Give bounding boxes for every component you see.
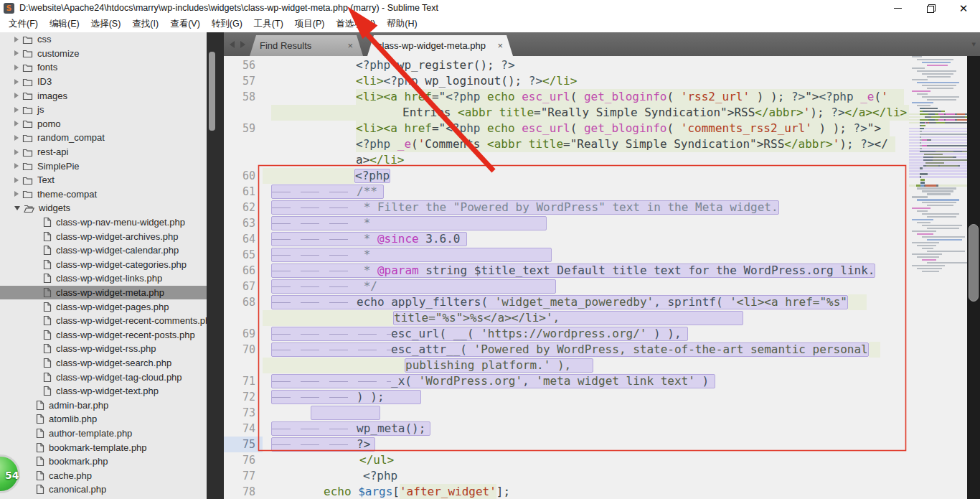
minimize-button[interactable] <box>881 0 914 16</box>
code-editor[interactable]: 56<?php wp_register(); ?>57<li><?php wp_… <box>224 56 909 499</box>
expand-arrow-icon[interactable] <box>14 163 19 169</box>
code-line-60[interactable]: 60<?php <box>224 168 909 184</box>
code-line-69[interactable]: 69esc_url( __( 'https://wordpress.org/' … <box>224 326 909 342</box>
menu-item[interactable]: 转到(G) <box>206 16 248 32</box>
code-line-wrap[interactable]: publishing platform.' ), <box>224 358 909 373</box>
tree-item-class-wp-widget-rss-php[interactable]: class-wp-widget-rss.php <box>0 342 207 356</box>
sidebar-scrollbar-thumb[interactable] <box>209 52 215 131</box>
tree-item-rest-api[interactable]: rest-api <box>0 145 207 159</box>
expand-arrow-icon[interactable] <box>14 79 19 85</box>
tree-item-class-wp-widget-search-php[interactable]: class-wp-widget-search.php <box>0 356 207 370</box>
tree-item-class-wp-widget-links-php[interactable]: class-wp-widget-links.php <box>0 271 207 286</box>
tree-item-bookmark-php[interactable]: bookmark.php <box>0 454 207 469</box>
code-line-71[interactable]: 71_x( 'WordPress.org', 'meta widget link… <box>224 373 909 389</box>
tree-item-author-template-php[interactable]: author-template.php <box>0 426 207 441</box>
code-line-wrap[interactable]: Entries <abbr title="Really Simple Syndi… <box>224 105 909 121</box>
menu-item[interactable]: 选择(S) <box>85 16 127 32</box>
tree-item-css[interactable]: css <box>0 32 207 47</box>
tab-close-icon[interactable]: × <box>347 40 353 51</box>
tree-item-class-wp-widget-recent-posts-php[interactable]: class-wp-widget-recent-posts.php <box>0 327 207 342</box>
expand-arrow-icon[interactable] <box>14 149 19 155</box>
code-line-57[interactable]: 57<li><?php wp_loginout(); ?></li> <box>224 73 909 89</box>
tab-class-wp-widget-meta-php[interactable]: class-wp-widget-meta.php× <box>367 35 513 56</box>
tree-item-fonts[interactable]: fonts <box>0 60 207 75</box>
tree-item-class-wp-widget-calendar-php[interactable]: class-wp-widget-calendar.php <box>0 243 207 258</box>
menu-item[interactable]: 工具(T) <box>248 16 289 32</box>
code-line-58[interactable]: 58<li><a href="<?php echo esc_url( get_b… <box>224 89 909 105</box>
tree-item-class-wp-widget-archives-php[interactable]: class-wp-widget-archives.php <box>0 229 207 243</box>
editor-scrollbar-thumb[interactable] <box>969 224 979 302</box>
code-line-64[interactable]: 64 * @since 3.6.0 <box>224 231 909 247</box>
menu-item[interactable]: 文件(F) <box>3 16 44 32</box>
tree-item-class-wp-widget-pages-php[interactable]: class-wp-widget-pages.php <box>0 299 207 314</box>
code-line-73[interactable]: 73 <box>224 405 909 421</box>
tab-close-icon[interactable]: × <box>497 40 503 51</box>
expand-arrow-icon[interactable] <box>14 65 19 70</box>
tree-item-images[interactable]: images <box>0 88 207 103</box>
code-line-62[interactable]: 62 * Filter the "Powered by WordPress" t… <box>224 200 909 215</box>
tree-item-theme-compat[interactable]: theme-compat <box>0 187 207 202</box>
tree-item-cache-php[interactable]: cache.php <box>0 468 207 482</box>
tree-item-admin-bar-php[interactable]: admin-bar.php <box>0 398 207 412</box>
restore-button[interactable] <box>914 0 947 16</box>
expand-arrow-icon[interactable] <box>14 50 19 56</box>
code-line-67[interactable]: 67 */ <box>224 279 909 294</box>
code-line-wrap[interactable]: a></li> <box>224 152 909 168</box>
tree-item-js[interactable]: js <box>0 103 207 117</box>
code-line-61[interactable]: 61/** <box>224 184 909 200</box>
code-line-75[interactable]: 75?> <box>224 437 909 452</box>
code-line-wrap[interactable]: <?php _e('Comments <abbr title="Really S… <box>224 136 909 152</box>
tree-item-canonical-php[interactable]: canonical.php <box>0 482 207 497</box>
code-line-66[interactable]: 66 * @param string $title_text Default t… <box>224 263 909 279</box>
code-line-wrap[interactable]: title="%s">%s</a></li>', <box>224 310 909 326</box>
menu-item[interactable]: 项目(P) <box>289 16 331 32</box>
expand-arrow-icon[interactable] <box>14 107 19 113</box>
tree-item-customize[interactable]: customize <box>0 47 207 61</box>
tree-item-widgets[interactable]: widgets <box>0 201 207 215</box>
tree-item-text[interactable]: Text <box>0 173 207 187</box>
expand-arrow-icon[interactable] <box>14 121 19 126</box>
code-line-65[interactable]: 65 * <box>224 247 909 263</box>
menu-item[interactable]: 首选项(N) <box>331 16 382 32</box>
expand-arrow-icon[interactable] <box>14 93 19 98</box>
code-line-76[interactable]: 76</ul> <box>224 452 909 468</box>
tree-item-class-wp-widget-tag-cloud-php[interactable]: class-wp-widget-tag-cloud.php <box>0 370 207 384</box>
tree-item-capabilities-php[interactable]: capabilities.php <box>0 497 207 499</box>
code-line-56[interactable]: 56<?php wp_register(); ?> <box>224 57 909 73</box>
tree-item-class-wp-widget-text-php[interactable]: class-wp-widget-text.php <box>0 384 207 398</box>
minimap[interactable] <box>909 56 967 429</box>
code-line-70[interactable]: 70esc_attr__( 'Powered by WordPress, sta… <box>224 342 909 358</box>
close-button[interactable]: ✕ <box>947 0 980 16</box>
collapse-arrow-icon[interactable] <box>14 206 20 210</box>
code-line-63[interactable]: 63 * <box>224 215 909 231</box>
expand-arrow-icon[interactable] <box>14 177 19 183</box>
tab-scroll-left-button[interactable] <box>230 41 235 48</box>
tree-item-pomo[interactable]: pomo <box>0 117 207 131</box>
tree-item-simplepie[interactable]: SimplePie <box>0 159 207 173</box>
menu-item[interactable]: 编辑(E) <box>44 16 85 32</box>
tree-item-class-wp-widget-categories-php[interactable]: class-wp-widget-categories.php <box>0 258 207 272</box>
tree-item-class-wp-nav-menu-widget-php[interactable]: class-wp-nav-menu-widget.php <box>0 215 207 230</box>
tree-item-bookmark-template-php[interactable]: bookmark-template.php <box>0 440 207 454</box>
code-line-72[interactable]: 72) ); <box>224 389 909 405</box>
code-line-78[interactable]: 78echo $args['after_widget']; <box>224 484 909 499</box>
code-line-74[interactable]: 74wp_meta(); <box>224 421 909 437</box>
tree-item-id3[interactable]: ID3 <box>0 75 207 89</box>
tab-find-results[interactable]: Find Results× <box>250 35 363 56</box>
tree-item-class-wp-widget-meta-php[interactable]: class-wp-widget-meta.php <box>0 286 207 300</box>
expand-arrow-icon[interactable] <box>14 135 19 141</box>
tree-item-class-wp-widget-recent-comments-php[interactable]: class-wp-widget-recent-comments.php <box>0 314 207 328</box>
menu-item[interactable]: 查找(I) <box>126 16 164 32</box>
editor-scrollbar-track[interactable] <box>967 56 980 499</box>
expand-arrow-icon[interactable] <box>14 37 19 42</box>
tab-overflow-icon[interactable]: ▾ <box>971 39 976 49</box>
code-line-77[interactable]: 77<?php <box>224 468 909 484</box>
menu-item[interactable]: 帮助(H) <box>381 16 423 32</box>
expand-arrow-icon[interactable] <box>14 191 19 197</box>
tree-item-random-compat[interactable]: random_compat <box>0 131 207 145</box>
code-line-59[interactable]: 59<li><a href="<?php echo esc_url( get_b… <box>224 121 909 136</box>
code-line-68[interactable]: 68echo apply_filters( 'widget_meta_power… <box>224 294 909 310</box>
menu-item[interactable]: 查看(V) <box>164 16 206 32</box>
tab-scroll-right-button[interactable] <box>240 41 245 48</box>
tree-item-atomlib-php[interactable]: atomlib.php <box>0 412 207 426</box>
